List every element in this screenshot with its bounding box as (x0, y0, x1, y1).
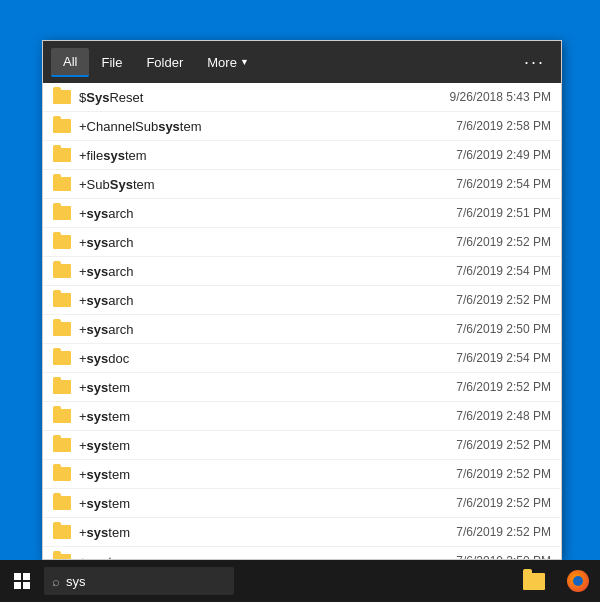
file-date: 7/6/2019 2:52 PM (456, 293, 551, 307)
file-date: 7/6/2019 2:54 PM (456, 177, 551, 191)
folder-icon (523, 573, 545, 590)
folder-icon (53, 351, 71, 365)
taskbar-firefox[interactable] (556, 560, 600, 602)
file-date: 7/6/2019 2:52 PM (456, 496, 551, 510)
file-name: +ChannelSubsystem (79, 119, 446, 134)
tab-more[interactable]: More ▼ (195, 49, 261, 76)
more-options-button[interactable]: ··· (516, 48, 553, 77)
file-date: 7/6/2019 2:48 PM (456, 409, 551, 423)
tab-folder[interactable]: Folder (134, 49, 195, 76)
windows-logo-icon (14, 573, 30, 589)
file-date: 7/6/2019 2:52 PM (456, 235, 551, 249)
file-name: +sysarch (79, 322, 446, 337)
folder-icon (53, 438, 71, 452)
folder-icon (53, 322, 71, 336)
list-item[interactable]: +system7/6/2019 2:48 PM (43, 402, 561, 431)
list-item[interactable]: +system7/6/2019 2:52 PM (43, 489, 561, 518)
folder-icon (53, 496, 71, 510)
tab-all[interactable]: All (51, 48, 89, 77)
folder-icon (53, 467, 71, 481)
search-input[interactable]: sys (66, 574, 86, 589)
list-item[interactable]: +sysdoc7/6/2019 2:54 PM (43, 344, 561, 373)
taskbar-search-bar[interactable]: ⌕ sys (44, 567, 234, 595)
folder-icon (53, 293, 71, 307)
list-item[interactable]: +system7/6/2019 2:52 PM (43, 431, 561, 460)
folder-icon (53, 525, 71, 539)
file-date: 7/6/2019 2:52 PM (456, 380, 551, 394)
file-date: 7/6/2019 2:52 PM (456, 525, 551, 539)
file-date: 7/6/2019 2:58 PM (456, 119, 551, 133)
chevron-down-icon: ▼ (240, 57, 249, 67)
tab-file[interactable]: File (89, 49, 134, 76)
folder-icon (53, 264, 71, 278)
list-item[interactable]: +ChannelSubsystem7/6/2019 2:58 PM (43, 112, 561, 141)
file-date: 7/6/2019 2:52 PM (456, 467, 551, 481)
file-name: +SubSystem (79, 177, 446, 192)
folder-icon (53, 206, 71, 220)
file-date: 7/6/2019 2:54 PM (456, 264, 551, 278)
file-name: +system (79, 467, 446, 482)
folder-icon (53, 554, 71, 559)
file-date: 7/6/2019 2:51 PM (456, 206, 551, 220)
folder-icon (53, 119, 71, 133)
folder-icon (53, 90, 71, 104)
search-icon: ⌕ (52, 574, 60, 589)
file-name: +system (79, 525, 446, 540)
list-item[interactable]: +sysarch7/6/2019 2:50 PM (43, 315, 561, 344)
list-item[interactable]: +system7/6/2019 2:52 PM (43, 460, 561, 489)
folder-icon (53, 235, 71, 249)
file-name: +system (79, 409, 446, 424)
list-item[interactable]: +sysarch7/6/2019 2:52 PM (43, 228, 561, 257)
file-name: +sysarch (79, 293, 446, 308)
folder-icon (53, 380, 71, 394)
file-name: +system (79, 438, 446, 453)
list-item[interactable]: $SysReset9/26/2018 5:43 PM (43, 83, 561, 112)
list-item[interactable]: +sysarch7/6/2019 2:51 PM (43, 199, 561, 228)
file-date: 9/26/2018 5:43 PM (450, 90, 551, 104)
file-date: 7/6/2019 2:52 PM (456, 438, 551, 452)
taskbar: ⌕ sys (0, 560, 600, 602)
file-date: 7/6/2019 2:49 PM (456, 148, 551, 162)
toolbar: All File Folder More ▼ ··· (43, 41, 561, 83)
list-item[interactable]: +system7/6/2019 2:52 PM (43, 518, 561, 547)
list-item[interactable]: +sysarch7/6/2019 2:52 PM (43, 286, 561, 315)
file-name: +filesystem (79, 148, 446, 163)
explorer-window: All File Folder More ▼ ··· $SysReset9/26… (42, 40, 562, 560)
file-list: $SysReset9/26/2018 5:43 PM+ChannelSubsys… (43, 83, 561, 559)
file-name: +system (79, 496, 446, 511)
file-date: 7/6/2019 2:54 PM (456, 351, 551, 365)
list-item[interactable]: +filesystem7/6/2019 2:49 PM (43, 141, 561, 170)
start-button[interactable] (0, 560, 44, 602)
firefox-icon (567, 570, 589, 592)
file-name: $SysReset (79, 90, 440, 105)
file-name: +systemcomposer (79, 554, 446, 560)
list-item[interactable]: +sysarch7/6/2019 2:54 PM (43, 257, 561, 286)
folder-icon (53, 177, 71, 191)
file-name: +sysdoc (79, 351, 446, 366)
folder-icon (53, 409, 71, 423)
list-item[interactable]: +system7/6/2019 2:52 PM (43, 373, 561, 402)
taskbar-file-explorer[interactable] (512, 560, 556, 602)
file-name: +sysarch (79, 235, 446, 250)
list-item[interactable]: +systemcomposer7/6/2019 2:50 PM (43, 547, 561, 559)
file-name: +sysarch (79, 264, 446, 279)
file-date: 7/6/2019 2:50 PM (456, 554, 551, 559)
file-name: +sysarch (79, 206, 446, 221)
file-name: +system (79, 380, 446, 395)
file-date: 7/6/2019 2:50 PM (456, 322, 551, 336)
list-item[interactable]: +SubSystem7/6/2019 2:54 PM (43, 170, 561, 199)
folder-icon (53, 148, 71, 162)
